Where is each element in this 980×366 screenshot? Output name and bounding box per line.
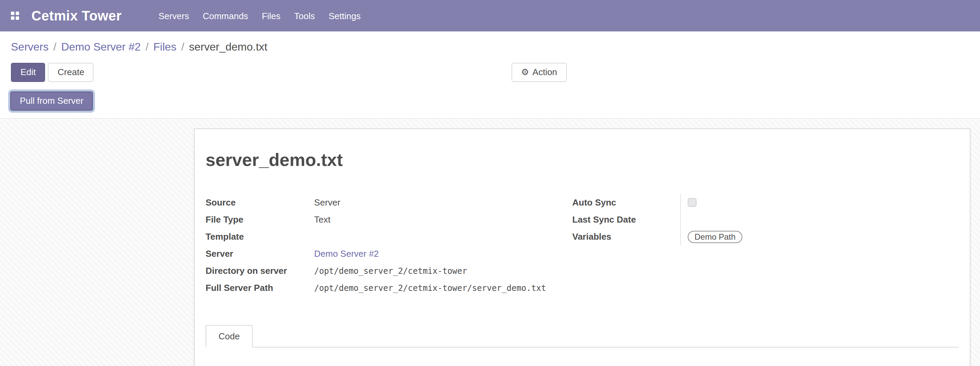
edit-button[interactable]: Edit bbox=[11, 63, 45, 82]
field-row-source: Source Server bbox=[205, 194, 572, 211]
nav-item-servers[interactable]: Servers bbox=[152, 0, 196, 32]
field-row-server: Server Demo Server #2 bbox=[205, 245, 572, 262]
field-value-server-link[interactable]: Demo Server #2 bbox=[314, 248, 379, 259]
breadcrumb-separator: / bbox=[181, 41, 185, 53]
field-value-cell bbox=[680, 211, 959, 228]
field-value-cell: Demo Path bbox=[680, 228, 959, 245]
tab-code-content bbox=[205, 348, 959, 366]
field-label: Source bbox=[205, 197, 314, 208]
breadcrumb: Servers / Demo Server #2 / Files / serve… bbox=[11, 41, 969, 53]
nav-item-files[interactable]: Files bbox=[255, 0, 288, 32]
field-grid: Source Server File Type Text Template Se… bbox=[205, 194, 959, 296]
form-sheet: server_demo.txt Source Server File Type … bbox=[194, 128, 970, 366]
edit-create-group: Edit Create bbox=[11, 63, 94, 82]
pull-row: Pull from Server bbox=[0, 88, 980, 118]
fields-right-column: Auto Sync Last Sync Date Variables Demo … bbox=[572, 194, 959, 245]
apps-grid-icon[interactable] bbox=[11, 12, 19, 20]
top-navbar: Cetmix Tower Servers Commands Files Tool… bbox=[0, 0, 980, 32]
pull-from-server-button[interactable]: Pull from Server bbox=[10, 91, 93, 111]
breadcrumb-demo-server-2[interactable]: Demo Server #2 bbox=[61, 41, 141, 53]
field-value-source: Server bbox=[314, 197, 340, 208]
auto-sync-checkbox[interactable] bbox=[688, 198, 697, 207]
app-window: Cetmix Tower Servers Commands Files Tool… bbox=[0, 0, 980, 366]
breadcrumb-separator: / bbox=[145, 41, 148, 53]
field-label: Directory on server bbox=[205, 266, 314, 276]
action-menu: ⚙Action bbox=[512, 63, 567, 82]
tab-code[interactable]: Code bbox=[205, 325, 253, 348]
nav-item-commands[interactable]: Commands bbox=[196, 0, 255, 32]
content-area: server_demo.txt Source Server File Type … bbox=[0, 118, 980, 366]
gear-icon: ⚙ bbox=[521, 67, 529, 77]
field-row-auto-sync: Auto Sync bbox=[572, 194, 959, 211]
field-value-directory: /opt/demo_server_2/cetmix-tower bbox=[314, 266, 467, 275]
field-label: Auto Sync bbox=[572, 197, 680, 208]
create-button[interactable]: Create bbox=[48, 63, 94, 82]
nav-item-tools[interactable]: Tools bbox=[288, 0, 322, 32]
record-title: server_demo.txt bbox=[205, 150, 959, 171]
field-row-directory: Directory on server /opt/demo_server_2/c… bbox=[205, 262, 572, 279]
field-label: Full Server Path bbox=[205, 283, 314, 293]
notebook-tabs: Code bbox=[205, 325, 959, 348]
breadcrumb-servers[interactable]: Servers bbox=[11, 41, 48, 53]
navbar-menus: Servers Commands Files Tools Settings bbox=[152, 0, 368, 32]
field-label: Template bbox=[205, 231, 314, 242]
nav-item-settings[interactable]: Settings bbox=[322, 0, 368, 32]
field-row-full-path: Full Server Path /opt/demo_server_2/cetm… bbox=[205, 279, 572, 296]
fields-left-column: Source Server File Type Text Template Se… bbox=[205, 194, 572, 296]
field-row-last-sync-date: Last Sync Date bbox=[572, 211, 959, 228]
field-value-file-type: Text bbox=[314, 215, 331, 224]
variable-tag-demo-path: Demo Path bbox=[688, 231, 742, 243]
breadcrumb-files[interactable]: Files bbox=[153, 41, 177, 53]
action-label: Action bbox=[532, 67, 557, 77]
field-row-template: Template bbox=[205, 228, 572, 245]
app-brand[interactable]: Cetmix Tower bbox=[32, 8, 122, 24]
field-label: Variables bbox=[572, 231, 680, 242]
field-value-full-path: /opt/demo_server_2/cetmix-tower/server_d… bbox=[314, 283, 546, 293]
form-controls-row: Edit Create ⚙Action bbox=[0, 57, 980, 88]
field-label: File Type bbox=[205, 215, 314, 224]
breadcrumb-bar: Servers / Demo Server #2 / Files / serve… bbox=[0, 32, 980, 57]
field-row-file-type: File Type Text bbox=[205, 211, 572, 228]
breadcrumb-separator: / bbox=[53, 41, 56, 53]
field-row-variables: Variables Demo Path bbox=[572, 228, 959, 245]
action-dropdown-button[interactable]: ⚙Action bbox=[512, 63, 567, 82]
breadcrumb-current-file: server_demo.txt bbox=[189, 41, 267, 53]
field-label: Last Sync Date bbox=[572, 215, 680, 224]
field-value-cell bbox=[680, 194, 959, 211]
field-label: Server bbox=[205, 248, 314, 259]
